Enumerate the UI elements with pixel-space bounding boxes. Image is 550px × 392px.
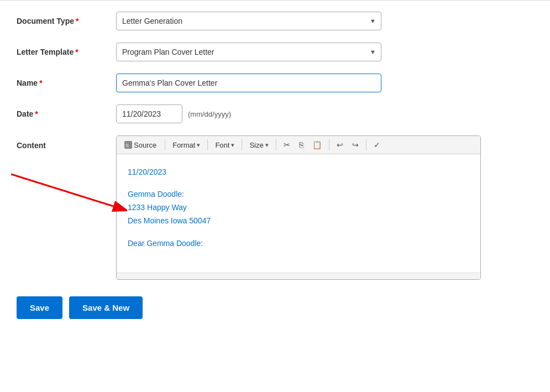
letter-template-label: Letter Template* <box>17 48 116 56</box>
save-button[interactable]: Save <box>17 296 62 319</box>
required-indicator: * <box>76 17 78 25</box>
cut-button[interactable]: ✂ <box>280 138 294 151</box>
undo-button[interactable]: ↩ <box>333 138 347 151</box>
document-type-select[interactable]: Letter Generation <box>116 12 381 30</box>
letter-template-field[interactable]: Program Plan Cover Letter ▼ <box>116 43 381 61</box>
required-indicator: * <box>75 48 78 56</box>
editor-scrollbar[interactable] <box>117 273 480 279</box>
document-type-field[interactable]: Letter Generation ▼ <box>116 12 381 30</box>
toolbar-divider <box>165 139 165 150</box>
format-button[interactable]: Format ▾ <box>169 139 203 151</box>
save-and-new-button[interactable]: Save & New <box>69 296 143 319</box>
editor-date: 11/20/2023 <box>128 165 469 179</box>
editor-body[interactable]: 11/20/2023 Gemma Doodle: 1233 Happy Way … <box>117 154 480 273</box>
redo-button[interactable]: ↪ <box>349 138 362 151</box>
copy-button[interactable]: ⎘ <box>296 138 307 151</box>
chevron-down-icon: ▾ <box>265 142 269 149</box>
date-label: Date* <box>17 109 116 118</box>
chevron-down-icon: ▾ <box>231 142 234 149</box>
toolbar-divider <box>242 139 242 150</box>
svg-line-1 <box>11 174 113 206</box>
content-editor[interactable]: S Source Format ▾ Font ▾ <box>116 135 481 280</box>
editor-name-line: Gemma Doodle: <box>128 188 469 201</box>
name-field[interactable] <box>116 74 381 92</box>
name-label: Name* <box>17 79 116 87</box>
content-label: Content <box>17 135 116 150</box>
name-input[interactable] <box>116 74 381 92</box>
date-format-hint: (mm/dd/yyyy) <box>188 110 231 118</box>
font-button[interactable]: Font ▾ <box>212 139 238 151</box>
date-input[interactable] <box>116 104 182 123</box>
chevron-down-icon: ▾ <box>197 142 200 149</box>
svg-text:S: S <box>125 143 129 148</box>
editor-address-line2: Des Moines Iowa 50047 <box>128 215 469 228</box>
editor-address-block: Gemma Doodle: 1233 Happy Way Des Moines … <box>128 188 469 227</box>
footer-buttons: Save Save & New <box>17 296 533 319</box>
spellcheck-button[interactable]: ✓ <box>370 138 384 151</box>
date-field: (mm/dd/yyyy) <box>116 104 381 123</box>
size-button[interactable]: Size ▾ <box>246 139 271 151</box>
toolbar-divider <box>366 139 366 150</box>
toolbar-divider <box>329 139 329 150</box>
toolbar-divider <box>276 139 276 150</box>
editor-toolbar: S Source Format ▾ Font ▾ <box>117 136 480 154</box>
letter-template-select[interactable]: Program Plan Cover Letter <box>116 43 381 61</box>
required-indicator: * <box>39 79 42 87</box>
source-icon: S <box>124 141 132 149</box>
document-type-label: Document Type* <box>17 17 116 25</box>
required-indicator: * <box>35 109 38 118</box>
editor-address-line1: 1233 Happy Way <box>128 201 469 215</box>
source-button[interactable]: S Source <box>120 139 161 151</box>
editor-dear-line: Dear Gemma Doodle: <box>128 237 469 250</box>
paste-button[interactable]: 📋 <box>309 138 325 151</box>
toolbar-divider <box>207 139 208 150</box>
